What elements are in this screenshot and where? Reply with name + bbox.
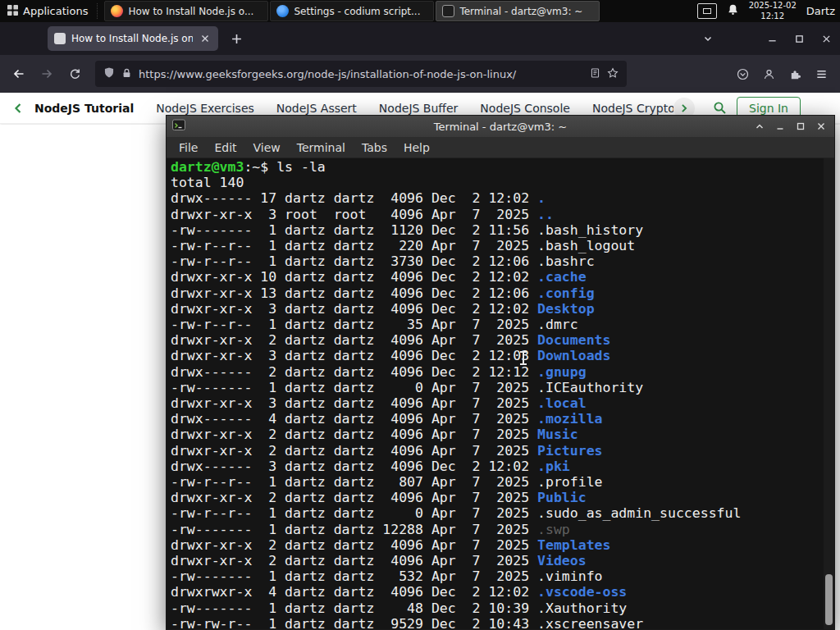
- desktop: Applications How to Install Node.js o...…: [0, 0, 840, 630]
- terminal-title: Terminal - dartz@vm3: ~: [167, 121, 834, 133]
- gfg-nav-item[interactable]: NodeJS Buffer: [379, 102, 459, 115]
- gfg-nav-item[interactable]: NodeJS Tutorial: [34, 102, 134, 115]
- taskbar-button[interactable]: Terminal - dartz@vm3: ~: [436, 1, 600, 21]
- menu-help[interactable]: Help: [395, 141, 438, 154]
- applications-grid-icon: [7, 5, 18, 18]
- terminal-line: total 140: [171, 175, 823, 190]
- terminal-line: -rw-r--r-- 1 dartz dartz 3730 Dec 2 12:0…: [171, 253, 823, 269]
- browser-tab[interactable]: How to Install Node.js on: [48, 26, 218, 51]
- terminal-line: -rw------- 1 dartz dartz 12288 Apr 7 202…: [171, 522, 823, 537]
- clock[interactable]: 2025-12-02 12:12: [749, 1, 797, 21]
- notification-bell-icon[interactable]: [727, 3, 739, 19]
- nav-scroll-left-chevron-icon[interactable]: [8, 103, 28, 114]
- terminal-line: -rw------- 1 dartz dartz 0 Apr 7 2025 .I…: [171, 380, 823, 395]
- terminal-line: drwxr-xr-x 2 dartz dartz 4096 Apr 7 2025…: [171, 443, 823, 459]
- terminal-line: drwxr-xr-x 2 dartz dartz 4096 Apr 7 2025…: [171, 553, 823, 568]
- menu-file[interactable]: File: [171, 141, 206, 154]
- panel-right: 2025-12-02 12:12 Dartz: [691, 0, 840, 22]
- terminal-line: drwxr-xr-x 10 dartz dartz 4096 Dec 2 12:…: [171, 269, 823, 285]
- gfg-nav-item[interactable]: NodeJS Console: [480, 102, 570, 115]
- terminal-maximize-button[interactable]: [793, 119, 808, 134]
- gfg-nav-item[interactable]: NodeJS Assert: [276, 102, 357, 115]
- tab-strip: How to Install Node.js on: [0, 22, 840, 55]
- gfg-nav-item[interactable]: NodeJS Crypto: [592, 102, 673, 115]
- reload-button[interactable]: [62, 62, 87, 86]
- gfg-nav-item[interactable]: NodeJS Exercises: [156, 102, 254, 115]
- terminal-line: drwxr-xr-x 2 dartz dartz 4096 Apr 7 2025…: [171, 332, 823, 348]
- taskbar-button-title: Terminal - dartz@vm3: ~: [459, 6, 582, 17]
- tab-title: How to Install Node.js on: [71, 33, 193, 44]
- menu-tabs[interactable]: Tabs: [354, 141, 395, 154]
- terminal-line: -rw------- 1 dartz dartz 48 Dec 2 10:39 …: [171, 600, 823, 616]
- terminal-line: drwx------ 17 dartz dartz 4096 Dec 2 12:…: [171, 190, 823, 206]
- clock-time: 12:12: [749, 11, 797, 22]
- new-tab-button[interactable]: [225, 27, 248, 50]
- terminal-line: -rw------- 1 dartz dartz 1120 Dec 2 11:5…: [171, 222, 823, 238]
- terminal-shade-button[interactable]: [752, 119, 767, 134]
- panel-separator: [97, 3, 101, 19]
- forward-button[interactable]: [34, 62, 59, 86]
- toolbar-right-icons: [730, 62, 833, 86]
- menu-terminal[interactable]: Terminal: [289, 141, 354, 154]
- terminal-line: -rw-rw-r-- 1 dartz dartz 9529 Dec 2 10:4…: [171, 616, 823, 629]
- tab-favicon: [54, 33, 66, 44]
- gfg-nav-items: NodeJS TutorialNodeJS ExercisesNodeJS As…: [28, 102, 673, 115]
- menu-edit[interactable]: Edit: [206, 141, 244, 154]
- menu-view[interactable]: View: [245, 141, 289, 154]
- terminal-output[interactable]: dartz@vm3:~$ ls -latotal 140drwx------ 1…: [167, 158, 834, 629]
- browser-minimize-button[interactable]: [759, 26, 786, 51]
- terminal-icon: [442, 5, 454, 17]
- extensions-puzzle-icon[interactable]: [783, 62, 807, 86]
- terminal-line: drwxr-xr-x 3 root root 4096 Apr 7 2025 .…: [171, 207, 823, 222]
- terminal-line: drwxr-xr-x 2 dartz dartz 4096 Apr 7 2025…: [171, 490, 823, 505]
- terminal-titlebar[interactable]: Terminal - dartz@vm3: ~: [167, 116, 834, 137]
- mouse-cursor: [520, 351, 527, 365]
- firefox-icon: [111, 5, 123, 17]
- terminal-line: drwxr-xr-x 3 dartz dartz 4096 Apr 7 2025…: [171, 395, 823, 411]
- terminal-line: drwx------ 2 dartz dartz 4096 Dec 2 12:1…: [171, 364, 823, 380]
- tab-close-button[interactable]: [199, 32, 212, 45]
- terminal-line: drwx------ 3 dartz dartz 4096 Dec 2 12:0…: [171, 459, 823, 474]
- settings-icon: [276, 5, 289, 17]
- pocket-icon[interactable]: [730, 62, 755, 86]
- browser-close-button[interactable]: [813, 26, 840, 51]
- navigation-toolbar: https://www.geeksforgeeks.org/node-js/in…: [0, 55, 840, 93]
- terminal-scrollbar-thumb[interactable]: [825, 574, 833, 625]
- terminal-minimize-button[interactable]: [773, 119, 788, 134]
- tray-terminal-icon-inner: [703, 8, 711, 14]
- terminal-app-icon: [172, 119, 185, 135]
- account-icon[interactable]: [756, 62, 781, 86]
- taskbar-button-title: How to Install Node.js o...: [128, 6, 253, 17]
- lock-icon[interactable]: [121, 66, 132, 82]
- terminal-line: drwxr-xr-x 13 dartz dartz 4096 Dec 2 12:…: [171, 285, 823, 301]
- user-menu[interactable]: Dartz: [806, 5, 837, 17]
- terminal-scrollbar[interactable]: [824, 158, 834, 629]
- terminal-line: -rw-r--r-- 1 dartz dartz 35 Apr 7 2025 .…: [171, 317, 823, 332]
- terminal-line: drwxr-xr-x 3 dartz dartz 4096 Dec 2 12:0…: [171, 348, 823, 363]
- taskbar-button-title: Settings - codium script...: [294, 6, 420, 17]
- top-panel: Applications How to Install Node.js o...…: [0, 0, 840, 22]
- tracking-shield-icon[interactable]: [103, 66, 115, 82]
- terminal-window-controls: [752, 119, 829, 134]
- terminal-line: drwxr-xr-x 3 dartz dartz 4096 Dec 2 12:0…: [171, 301, 823, 317]
- taskbar-button[interactable]: How to Install Node.js o...: [104, 1, 268, 21]
- url-bar[interactable]: https://www.geeksforgeeks.org/node-js/in…: [95, 61, 627, 87]
- terminal-window: Terminal - dartz@vm3: ~ FileEditViewTerm…: [166, 115, 835, 630]
- terminal-line: -rw-r--r-- 1 dartz dartz 0 Apr 7 2025 .s…: [171, 505, 823, 521]
- terminal-line: drwxr-xr-x 2 dartz dartz 4096 Apr 7 2025…: [171, 427, 823, 442]
- applications-label: Applications: [23, 5, 88, 17]
- bookmark-star-icon[interactable]: [607, 66, 619, 82]
- search-icon[interactable]: [703, 101, 737, 115]
- hamburger-menu-icon[interactable]: [809, 62, 833, 86]
- terminal-line: drwx------ 4 dartz dartz 4096 Apr 7 2025…: [171, 411, 823, 427]
- browser-maximize-button[interactable]: [786, 26, 813, 51]
- terminal-line: dartz@vm3:~$ ls -la: [171, 159, 823, 175]
- tray-terminal-icon[interactable]: [697, 3, 717, 19]
- terminal-close-button[interactable]: [814, 119, 829, 134]
- applications-menu-button[interactable]: Applications: [0, 0, 95, 22]
- tab-list-chevron-icon[interactable]: [694, 26, 721, 51]
- reader-view-icon[interactable]: [590, 66, 600, 82]
- taskbar-button[interactable]: Settings - codium script...: [270, 1, 434, 21]
- back-button[interactable]: [7, 62, 31, 86]
- url-text[interactable]: https://www.geeksforgeeks.org/node-js/in…: [139, 68, 583, 80]
